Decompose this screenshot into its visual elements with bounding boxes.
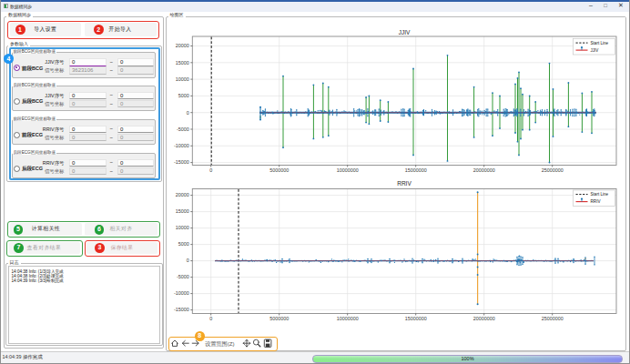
- svg-text:0: 0: [209, 167, 212, 173]
- svg-text:0: 0: [209, 316, 212, 321]
- svg-text:10000000: 10000000: [337, 167, 359, 173]
- svg-text:5000: 5000: [178, 241, 189, 247]
- svg-text:10000: 10000: [176, 225, 189, 230]
- svg-text:RRIV: RRIV: [591, 199, 602, 204]
- svg-text:10000: 10000: [176, 76, 189, 82]
- svg-text:JJIV: JJIV: [591, 48, 600, 53]
- svg-text:0: 0: [187, 258, 189, 263]
- svg-text:5000000: 5000000: [269, 316, 289, 321]
- svg-text:10000000: 10000000: [337, 316, 359, 321]
- svg-text:20000000: 20000000: [473, 316, 495, 321]
- svg-text:Start Line: Start Line: [591, 192, 609, 197]
- svg-text:-5000: -5000: [177, 126, 189, 132]
- svg-text:20000: 20000: [176, 192, 189, 197]
- svg-text:15000000: 15000000: [405, 167, 427, 173]
- svg-text:-10000: -10000: [174, 290, 189, 296]
- svg-text:-10000: -10000: [174, 143, 189, 148]
- svg-text:5000: 5000: [178, 93, 189, 98]
- svg-text:-15000: -15000: [174, 159, 189, 165]
- svg-text:Start Line: Start Line: [591, 41, 609, 46]
- svg-text:25000000: 25000000: [542, 167, 564, 173]
- svg-text:RRIV: RRIV: [397, 180, 412, 187]
- svg-text:15000000: 15000000: [405, 316, 427, 321]
- svg-text:20000: 20000: [176, 43, 189, 48]
- svg-text:15000: 15000: [176, 208, 189, 214]
- svg-text:25000000: 25000000: [542, 316, 564, 321]
- svg-text:JJIV: JJIV: [399, 29, 411, 35]
- svg-text:15000: 15000: [176, 60, 189, 66]
- svg-text:-5000: -5000: [177, 274, 189, 279]
- svg-text:-15000: -15000: [174, 307, 189, 312]
- svg-text:20000000: 20000000: [473, 167, 495, 173]
- svg-text:5000000: 5000000: [269, 167, 289, 173]
- svg-text:0: 0: [187, 110, 189, 116]
